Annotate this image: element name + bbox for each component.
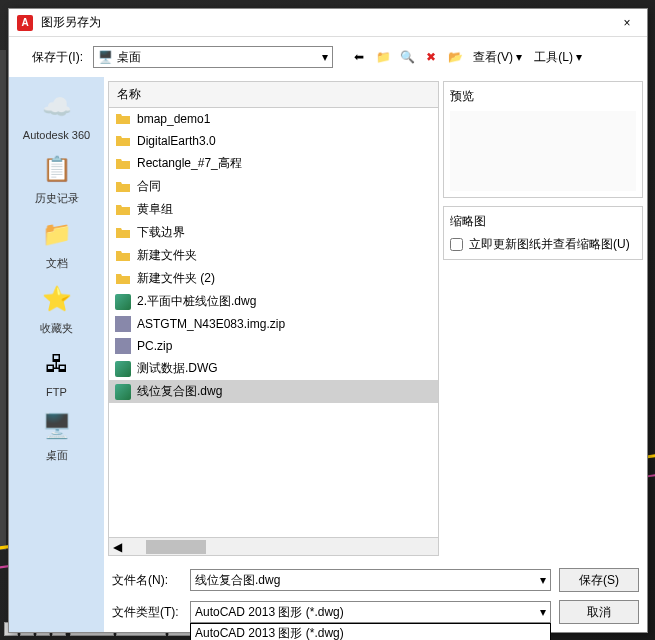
view-menu[interactable]: 查看(V) ▾ [469,47,526,68]
save-button[interactable]: 保存(S) [559,568,639,592]
file-row[interactable]: Rectangle_#7_高程 [109,152,438,175]
sidebar-item-history[interactable]: 📋历史记录 [17,147,97,210]
update-thumb-input[interactable] [450,238,463,251]
cloud-icon: ☁️ [39,89,75,125]
file-name: PC.zip [137,339,172,353]
new-folder-icon[interactable]: 📂 [445,47,465,67]
chevron-down-icon: ▾ [516,50,522,64]
chevron-down-icon: ▾ [322,50,328,64]
filename-input[interactable]: 线位复合图.dwg ▾ [190,569,551,591]
file-row[interactable]: PC.zip [109,335,438,357]
column-name[interactable]: 名称 [117,86,141,103]
desktop-icon: 🖥️ [98,50,113,64]
sidebar-item-label: 桌面 [17,448,97,463]
sidebar-item-ftp[interactable]: 🖧FTP [17,342,97,402]
delete-icon[interactable]: ✖ [421,47,441,67]
sidebar-item-label: 文档 [17,256,97,271]
file-row[interactable]: 线位复合图.dwg [109,380,438,403]
sidebar-item-label: Autodesk 360 [17,129,97,141]
chevron-down-icon: ▾ [540,573,546,587]
sidebar-item-desktop[interactable]: 🖥️桌面 [17,404,97,467]
file-row[interactable]: bmap_demo1 [109,108,438,130]
preview-heading: 预览 [450,88,636,105]
file-name: 2.平面中桩线位图.dwg [137,293,256,310]
preview-thumbnail [450,111,636,191]
folder-icon [115,156,131,172]
folder-icon: 📁 [39,216,75,252]
file-name: 新建文件夹 [137,247,197,264]
file-row[interactable]: ASTGTM_N43E083.img.zip [109,313,438,335]
file-name: 测试数据.DWG [137,360,218,377]
folder-icon [115,179,131,195]
dialog-title: 图形另存为 [41,14,615,31]
update-thumb-label: 立即更新图纸并查看缩略图(U) [469,236,630,253]
file-row[interactable]: 测试数据.DWG [109,357,438,380]
search-icon[interactable]: 🔍 [397,47,417,67]
sidebar-item-star[interactable]: ⭐收藏夹 [17,277,97,340]
file-name: Rectangle_#7_高程 [137,155,242,172]
zip-icon [115,338,131,354]
file-name: ASTGTM_N43E083.img.zip [137,317,285,331]
chevron-down-icon: ▾ [540,605,546,619]
filetype-option[interactable]: AutoCAD 2013 图形 (*.dwg) [191,624,550,640]
file-name: 下载边界 [137,224,185,241]
file-name: 新建文件夹 (2) [137,270,215,287]
ftp-icon: 🖧 [39,346,75,382]
file-name: DigitalEarth3.0 [137,134,216,148]
desktop-icon: 🖥️ [39,408,75,444]
sidebar-item-cloud[interactable]: ☁️Autodesk 360 [17,85,97,145]
file-row[interactable]: 下载边界 [109,221,438,244]
folder-icon [115,111,131,127]
file-list: 名称 bmap_demo1DigitalEarth3.0Rectangle_#7… [108,81,439,556]
folder-icon [115,225,131,241]
location-combo[interactable]: 🖥️ 桌面 ▾ [93,46,333,68]
file-name: 合同 [137,178,161,195]
sidebar-item-label: FTP [17,386,97,398]
file-row[interactable]: 新建文件夹 (2) [109,267,438,290]
file-row[interactable]: 合同 [109,175,438,198]
filetype-dropdown[interactable]: AutoCAD 2013 图形 (*.dwg)AutoCAD 2010/LT20… [190,623,551,640]
close-button[interactable]: × [615,11,639,35]
sidebar-item-label: 收藏夹 [17,321,97,336]
sidebar-item-folder[interactable]: 📁文档 [17,212,97,275]
back-icon[interactable]: ⬅ [349,47,369,67]
file-row[interactable]: 2.平面中桩线位图.dwg [109,290,438,313]
cancel-button[interactable]: 取消 [559,600,639,624]
horizontal-scrollbar[interactable]: ◀ [109,537,438,555]
tools-menu[interactable]: 工具(L) ▾ [530,47,586,68]
app-logo-icon: A [17,15,33,31]
save-as-dialog: A 图形另存为 × 保存于(I): 🖥️ 桌面 ▾ ⬅ 📁 🔍 ✖ 📂 查看(V… [8,8,648,633]
file-row[interactable]: DigitalEarth3.0 [109,130,438,152]
file-row[interactable]: 黄阜组 [109,198,438,221]
zip-icon [115,316,131,332]
file-name: 线位复合图.dwg [137,383,222,400]
dwg-icon [115,294,131,310]
star-icon: ⭐ [39,281,75,317]
filename-value: 线位复合图.dwg [195,572,280,589]
dwg-icon [115,361,131,377]
filetype-label: 文件类型(T): [112,604,182,621]
chevron-down-icon: ▾ [576,50,582,64]
folder-icon [115,248,131,264]
file-name: bmap_demo1 [137,112,210,126]
dwg-icon [115,384,131,400]
folder-icon [115,271,131,287]
update-thumbnail-checkbox[interactable]: 立即更新图纸并查看缩略图(U) [450,236,636,253]
folder-icon [115,133,131,149]
file-row[interactable]: 新建文件夹 [109,244,438,267]
history-icon: 📋 [39,151,75,187]
up-icon[interactable]: 📁 [373,47,393,67]
sidebar-item-label: 历史记录 [17,191,97,206]
places-sidebar: ☁️Autodesk 360📋历史记录📁文档⭐收藏夹🖧FTP🖥️桌面 [9,77,104,632]
filetype-combo[interactable]: AutoCAD 2013 图形 (*.dwg) ▾ [190,601,551,623]
file-name: 黄阜组 [137,201,173,218]
thumbnail-heading: 缩略图 [450,213,636,230]
folder-icon [115,202,131,218]
save-in-label: 保存于(I): [17,49,87,66]
filetype-value: AutoCAD 2013 图形 (*.dwg) [195,604,344,621]
filename-label: 文件名(N): [112,572,182,589]
location-text: 桌面 [117,49,141,66]
